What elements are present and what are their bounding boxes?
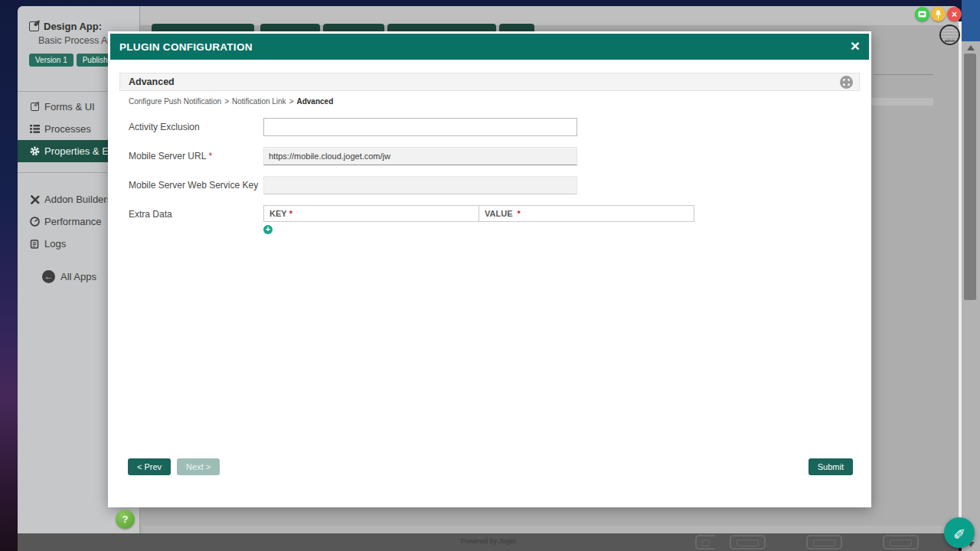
close-window-button[interactable]: × (947, 7, 962, 21)
breadcrumb: Configure Push Notification>Notification… (129, 97, 860, 106)
breadcrumb-separator: > (289, 97, 294, 106)
dimmed-bar (869, 98, 933, 106)
dialog-title: PLUGIN CONFIGURATION (119, 41, 253, 53)
all-apps-link[interactable]: ← All Apps (42, 270, 96, 283)
sidebar-item-label: Forms & UI (44, 101, 95, 112)
grid-header-value: VALUE * (479, 206, 694, 222)
extra-data-grid: KEY* VALUE * (263, 205, 694, 222)
gear-icon (29, 146, 40, 156)
section-header: Advanced (119, 73, 860, 91)
sidebar-item-label: Addon Builders (44, 194, 112, 205)
scrollbar-thumb[interactable] (964, 54, 976, 300)
help-button[interactable]: ? (116, 510, 135, 529)
minimize-icon (918, 11, 926, 18)
content-top-band (140, 6, 959, 25)
design-app-title: Design App: (44, 21, 102, 32)
minimize-button[interactable] (915, 7, 929, 21)
tools-icon (29, 195, 40, 204)
back-arrow-icon: ← (42, 270, 55, 283)
required-marker: * (208, 151, 212, 161)
close-icon[interactable]: × (851, 36, 860, 56)
bottom-band (142, 526, 959, 533)
avatar-label: admin (941, 38, 959, 43)
plus-icon: + (266, 224, 270, 233)
grid-header-key: KEY* (264, 206, 479, 222)
expand-icon[interactable] (840, 76, 853, 89)
dialog-body: Advanced Configure Push Notification>Not… (110, 60, 869, 507)
activity-exclusion-input[interactable] (263, 118, 577, 136)
dialog-footer: < Prev Next > Submit (128, 458, 853, 475)
close-window-icon: × (952, 10, 957, 19)
edit-fab-button[interactable]: ✎ (944, 517, 975, 548)
pin-button[interactable] (931, 7, 946, 21)
required-marker: * (518, 209, 521, 218)
field-label: Extra Data (119, 205, 263, 234)
breadcrumb-separator: > (224, 97, 229, 106)
form-row-extra-data: Extra Data KEY* VALUE * + (119, 205, 860, 234)
form-row-mobile-server-url: Mobile Server URL* (119, 147, 860, 165)
field-label: Mobile Server Web Service Key (119, 176, 263, 194)
field-label: Mobile Server URL* (119, 147, 263, 165)
prev-button[interactable]: < Prev (128, 458, 171, 475)
breadcrumb-segment: Notification Link (232, 97, 286, 106)
process-list-icon (29, 125, 40, 133)
pin-icon (935, 10, 942, 19)
next-button[interactable]: Next > (177, 458, 220, 475)
mobile-server-url-input[interactable] (263, 147, 577, 165)
question-icon: ? (122, 514, 129, 525)
pencil-icon: ✎ (953, 524, 965, 542)
wallpaper-corner (962, 0, 980, 41)
breadcrumb-segment: Configure Push Notification (129, 97, 221, 106)
sidebar-item-label: Processes (44, 123, 91, 135)
form-row-web-service-key: Mobile Server Web Service Key (119, 176, 860, 194)
required-marker: * (289, 209, 292, 218)
sidebar-item-label: Logs (44, 238, 66, 249)
page-scrollbar[interactable] (962, 41, 980, 551)
section-title: Advanced (129, 77, 175, 87)
breadcrumb-segment-current: Advanced (296, 97, 333, 106)
all-apps-label: All Apps (60, 271, 96, 282)
plugin-configuration-dialog: PLUGIN CONFIGURATION × Advanced Configur… (108, 31, 871, 507)
web-service-key-input[interactable] (263, 176, 577, 194)
scroll-up-arrow-icon[interactable] (967, 45, 975, 51)
form-edit-icon: ✎ (29, 103, 40, 111)
page-edge-divider (959, 21, 962, 533)
design-app-icon: ✎ (29, 21, 39, 31)
submit-button[interactable]: Submit (808, 458, 853, 475)
powered-by-label: Powered by Joget (18, 537, 959, 545)
add-row-button[interactable]: + (263, 225, 273, 234)
form-row-activity-exclusion: Activity Exclusion (119, 118, 860, 136)
sidebar-item-label: Performance (44, 216, 101, 227)
dimmed-divider (874, 74, 933, 75)
version-badge: Version 1 (29, 54, 74, 67)
dialog-header: PLUGIN CONFIGURATION × (110, 34, 869, 60)
footer-strip: Powered by Joget (18, 533, 959, 551)
gauge-icon (29, 217, 40, 227)
field-label: Activity Exclusion (119, 118, 263, 136)
logs-icon (29, 240, 40, 249)
avatar[interactable]: admin (939, 24, 960, 45)
